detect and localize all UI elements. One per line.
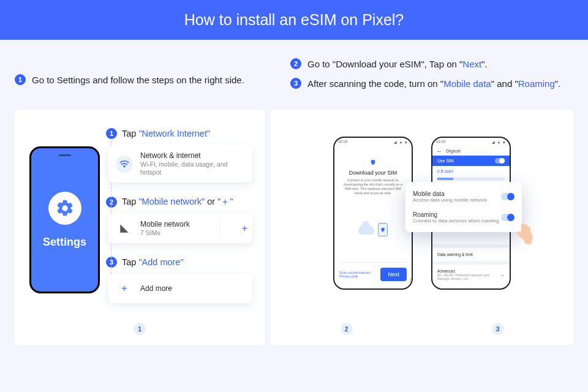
- intro-left: 1 Go to Settings and follow the steps on…: [15, 58, 266, 97]
- add-more-item[interactable]: + Add more: [108, 274, 252, 303]
- step-3: 3 Tap "Add more" + Add more: [106, 257, 252, 303]
- card-right-footer-badge-3: 3: [492, 323, 504, 335]
- card-right-footer-badge-2: 2: [341, 323, 353, 335]
- intro2-pre: Go to "Download your eSIM", Tap on ": [307, 59, 462, 69]
- download-title: Download your SIM: [341, 170, 405, 176]
- step1-hl: "Network Internet": [138, 129, 210, 138]
- back-arrow-icon[interactable]: ←: [436, 148, 442, 154]
- hand-pointer-icon-2: [513, 221, 534, 247]
- page-banner: How to install an eSIM on Pixel?: [0, 0, 588, 40]
- step3-tap: Tap: [122, 257, 138, 267]
- intro-right: 2 Go to "Download your eSIM", Tap on "Ne…: [290, 58, 573, 97]
- mobile-data-toggle[interactable]: [501, 193, 514, 200]
- step1-badge: 1: [106, 128, 117, 139]
- mobile-title: Mobile network: [140, 220, 190, 229]
- intro2-post: ".: [481, 59, 488, 69]
- status-time: 10:10: [338, 140, 347, 143]
- advanced-row[interactable]: Advanced5G, WLAN, Preferred network type…: [432, 266, 510, 284]
- status-icons-2: ◢ ▲ ∎: [492, 140, 506, 144]
- data-warning-row[interactable]: Data warning & limit: [432, 249, 510, 260]
- carrier-label: Digicel: [446, 148, 461, 154]
- roaming-title: Roaming: [413, 211, 499, 218]
- step-number-3: 3: [290, 78, 301, 89]
- cloud-icon: [358, 225, 374, 235]
- settings-gear-icon: [48, 192, 81, 225]
- steps-column: 1 Tap "Network Internet" Network & inter…: [106, 128, 252, 317]
- card-phone-screens: 10:10 ◢ ▲ ∎ Download your SIM Connect to…: [271, 110, 573, 345]
- intro-line-3: After scanning the code, turn on "Mobile…: [307, 78, 560, 89]
- use-sim-label: Use SIM: [437, 159, 454, 163]
- intro3-roaming: Roaming: [518, 78, 555, 89]
- status-bar: 10:10 ◢ ▲ ∎: [334, 138, 412, 145]
- step2-plus: "＋": [217, 197, 233, 206]
- download-sim-phone: 10:10 ◢ ▲ ∎ Download your SIM Connect to…: [333, 137, 413, 290]
- mobile-network-item[interactable]: Mobile network 7 SIMs +: [108, 214, 252, 243]
- step1-tap: Tap: [122, 129, 138, 138]
- roaming-row[interactable]: Roaming Connect to data services when ro…: [413, 209, 514, 226]
- download-footer-links[interactable]: Scan source license | Privacy polic: [339, 271, 380, 278]
- cloud-illustration: [334, 223, 412, 236]
- step2-or: or: [205, 197, 217, 206]
- step3-label: Tap "Add more": [122, 257, 184, 267]
- card-settings-steps: Settings 1 Tap "Network Internet": [15, 110, 265, 345]
- advanced-title: Advanced: [437, 269, 500, 273]
- mobile-data-row[interactable]: Mobile data Access data using mobile net…: [413, 188, 514, 205]
- mobile-data-popup: Mobile data Access data using mobile net…: [405, 182, 522, 232]
- roaming-sub: Connect to data services when roaming: [413, 218, 499, 224]
- step2-tap: Tap: [122, 197, 138, 206]
- step1-label: Tap "Network Internet": [122, 129, 210, 138]
- add-sim-plus-icon[interactable]: +: [242, 223, 247, 234]
- mobile-data-sub: Access data using mobile network: [413, 197, 487, 203]
- card-left-footer-badge: 1: [134, 323, 146, 335]
- addmore-title: Add more: [140, 284, 172, 293]
- network-internet-item[interactable]: Network & internet Wi-Fi, mobile, data u…: [108, 145, 252, 183]
- step-2: 2 Tap "Mobile network" or "＋" Mobile net…: [106, 196, 252, 243]
- chevron-down-icon: ⌄: [500, 272, 505, 277]
- step2-badge: 2: [106, 197, 117, 208]
- intro3-mobile-data: Mobile data: [443, 78, 491, 89]
- wifi-icon: [116, 156, 133, 173]
- advanced-sub: 5G, WLAN, Preferred network type, Settin…: [437, 273, 500, 281]
- shield-icon: [370, 159, 376, 166]
- use-sim-toggle[interactable]: [495, 158, 505, 164]
- banner-title: How to install an eSIM on Pixel?: [184, 11, 404, 29]
- cards-row: Settings 1 Tap "Network Internet": [0, 97, 588, 345]
- intro-left-text: Go to Settings and follow the steps on t…: [32, 75, 244, 85]
- step-1: 1 Tap "Network Internet" Network & inter…: [106, 128, 252, 183]
- hand-pointer-icon: [402, 276, 413, 290]
- step-number-1: 1: [15, 74, 26, 85]
- status-time-2: 10:10: [436, 140, 445, 143]
- intro3-mid: " and ": [491, 78, 518, 89]
- network-title: Network & internet: [140, 151, 245, 160]
- signal-icon: [116, 220, 133, 237]
- step3-hl: "Add more": [138, 257, 183, 267]
- status-icons: ◢ ▲ ∎: [394, 140, 408, 144]
- step2-hl: "Mobile network": [138, 197, 205, 206]
- data-used: 0 B used: [437, 169, 453, 173]
- status-bar-2: 10:10 ◢ ▲ ∎: [432, 138, 510, 145]
- roaming-toggle[interactable]: [501, 214, 514, 221]
- intro-line-2: Go to "Download your eSIM", Tap on "Next…: [307, 59, 488, 69]
- intro3-post: ".: [555, 78, 561, 89]
- divider: [220, 219, 221, 238]
- network-sub: Wi-Fi, mobile, data usage, and hotspot: [140, 160, 245, 176]
- pixel-mockup: Settings: [29, 146, 100, 293]
- step2-label: Tap "Mobile network" or "＋": [122, 196, 233, 208]
- settings-label: Settings: [43, 236, 86, 249]
- mobile-sub: 7 SIMs: [140, 229, 190, 237]
- download-body: Connect to your mobile network by downlo…: [341, 178, 405, 196]
- data-warning-title: Data warning & limit: [437, 252, 473, 257]
- intro3-pre: After scanning the code, turn on ": [307, 78, 443, 89]
- mobile-data-title: Mobile data: [413, 190, 487, 197]
- sim-icon: [378, 223, 388, 236]
- intro2-next: Next: [462, 59, 481, 69]
- step-number-2: 2: [290, 58, 301, 69]
- step3-badge: 3: [106, 257, 117, 268]
- use-sim-row[interactable]: Use SIM: [432, 156, 510, 166]
- digicel-header: ← Digicel: [432, 145, 510, 156]
- intro-section: 1 Go to Settings and follow the steps on…: [0, 40, 588, 97]
- plus-icon: +: [116, 280, 133, 297]
